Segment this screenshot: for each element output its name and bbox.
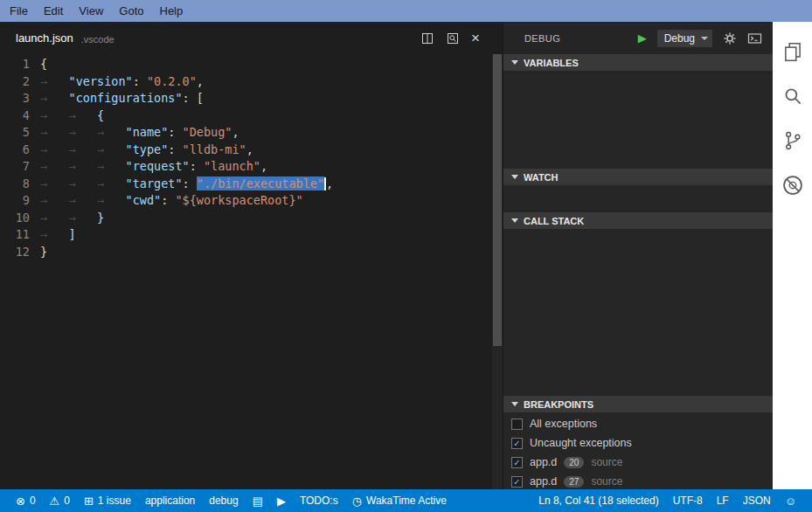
status-smiley[interactable]: ☺ bbox=[778, 489, 803, 512]
code-token: "target" bbox=[126, 176, 183, 190]
debug-config-value: Debug bbox=[664, 32, 695, 45]
status-text: LF bbox=[717, 495, 729, 507]
code-token: "0.2.0" bbox=[147, 74, 197, 88]
close-icon[interactable]: × bbox=[471, 31, 480, 45]
section-header-watch[interactable]: WATCH bbox=[503, 169, 773, 185]
status-1-issue[interactable]: ⊞1 issue bbox=[77, 489, 138, 512]
code-token: "cwd" bbox=[126, 193, 162, 207]
code-line[interactable]: 8→→→"target": "./bin/executable", bbox=[0, 176, 503, 193]
section-header-call-stack[interactable]: CALL STACK bbox=[503, 212, 773, 229]
status-wakatime-active[interactable]: ◷WakaTime Active bbox=[345, 489, 454, 512]
breakpoint-item[interactable]: All exceptions bbox=[503, 414, 773, 433]
status-text: Ln 8, Col 41 (18 selected) bbox=[538, 495, 658, 507]
status-play[interactable]: ▶ bbox=[270, 489, 293, 512]
search-icon[interactable] bbox=[773, 73, 812, 118]
editor-region: launch.json .vscode × 1{2 bbox=[0, 22, 503, 489]
line-content: →→→"request": "launch", bbox=[40, 158, 267, 176]
selected-text: "./bin/executable" bbox=[197, 176, 324, 190]
code-line[interactable]: 12} bbox=[0, 244, 503, 261]
scrollbar-thumb[interactable] bbox=[493, 54, 502, 346]
start-debug-icon[interactable]: ▶ bbox=[638, 31, 647, 45]
status-0[interactable]: ⊗0 bbox=[9, 489, 43, 512]
status-utf-8[interactable]: UTF-8 bbox=[666, 489, 710, 512]
line-content: →→{ bbox=[40, 107, 104, 125]
status-lf[interactable]: LF bbox=[710, 489, 736, 512]
menu-goto[interactable]: Goto bbox=[111, 0, 151, 22]
status-text: 1 issue bbox=[98, 495, 131, 507]
code-line[interactable]: 5→→→"name": "Debug", bbox=[0, 124, 503, 142]
menu-bar: FileEditViewGotoHelp bbox=[0, 0, 812, 22]
line-content: { bbox=[40, 56, 47, 73]
code-line[interactable]: 3→"configurations": [ bbox=[0, 90, 503, 107]
line-number: 1 bbox=[0, 56, 40, 73]
section-header-variables[interactable]: VARIABLES bbox=[503, 54, 773, 71]
code-area[interactable]: 1{2→"version": "0.2.0",3→"configurations… bbox=[0, 54, 503, 489]
menu-file[interactable]: File bbox=[2, 0, 36, 22]
code-line[interactable]: 11→] bbox=[0, 226, 503, 244]
code-token: → bbox=[97, 192, 126, 210]
checkbox-unchecked[interactable] bbox=[511, 419, 523, 430]
code-line[interactable]: 2→"version": "0.2.0", bbox=[0, 73, 503, 91]
line-content: →→→"target": "./bin/executable", bbox=[40, 176, 333, 193]
status-ln-8-col-41-18-selected[interactable]: Ln 8, Col 41 (18 selected) bbox=[531, 489, 665, 512]
debug-disabled-icon[interactable] bbox=[773, 163, 812, 207]
code-line[interactable]: 10→→} bbox=[0, 210, 503, 227]
section-header-breakpoints[interactable]: BREAKPOINTS bbox=[503, 396, 773, 412]
menu-view[interactable]: View bbox=[71, 0, 111, 22]
status-todo-s[interactable]: TODO:s bbox=[293, 489, 345, 512]
line-number: 3 bbox=[0, 90, 40, 107]
code-token: → bbox=[69, 142, 98, 159]
git-branch-icon[interactable] bbox=[773, 118, 812, 163]
code-token: , bbox=[246, 142, 253, 156]
tab-filename[interactable]: launch.json bbox=[16, 31, 73, 45]
breakpoint-item[interactable]: ✓app.d27source bbox=[503, 472, 773, 489]
status-debug[interactable]: debug bbox=[202, 489, 245, 512]
status-doc[interactable]: ▤ bbox=[246, 489, 270, 512]
code-token: ] bbox=[69, 227, 76, 241]
checkbox-checked[interactable]: ✓ bbox=[511, 438, 523, 449]
clock-icon: ◷ bbox=[352, 495, 362, 507]
checkbox-checked[interactable]: ✓ bbox=[511, 457, 523, 468]
code-line[interactable]: 6→→→"type": "lldb-mi", bbox=[0, 142, 503, 159]
menu-edit[interactable]: Edit bbox=[36, 0, 71, 22]
debug-panel-title: DEBUG bbox=[524, 33, 560, 44]
tab-actions: × bbox=[420, 31, 480, 45]
collapse-icon bbox=[511, 175, 518, 179]
split-editor-icon[interactable] bbox=[420, 31, 434, 45]
status-text: WakaTime Active bbox=[366, 495, 447, 507]
status-text: JSON bbox=[743, 495, 771, 507]
tab-filepath: .vscode bbox=[81, 32, 115, 45]
line-content: →"version": "0.2.0", bbox=[40, 73, 204, 91]
status-0[interactable]: ⚠0 bbox=[43, 489, 77, 512]
code-line[interactable]: 9→→→"cwd": "${workspaceRoot}" bbox=[0, 192, 503, 210]
debug-console-icon[interactable] bbox=[747, 31, 762, 45]
line-content: →] bbox=[40, 226, 76, 244]
debug-toolbar: DEBUG ▶ Debug bbox=[503, 22, 773, 54]
code-token: { bbox=[40, 57, 47, 71]
warning-icon: ⚠ bbox=[50, 495, 60, 507]
status-text: debug bbox=[209, 495, 238, 507]
code-token: , bbox=[326, 176, 333, 190]
code-token: → bbox=[40, 226, 69, 244]
breakpoint-item[interactable]: ✓app.d20source bbox=[503, 453, 773, 472]
gear-icon[interactable] bbox=[723, 31, 737, 45]
open-preview-icon[interactable] bbox=[446, 31, 460, 45]
breakpoints-list: All exceptions✓Uncaught exceptions✓app.d… bbox=[503, 412, 773, 489]
status-application[interactable]: application bbox=[138, 489, 202, 512]
code-line[interactable]: 1{ bbox=[0, 56, 503, 73]
line-number: 5 bbox=[0, 124, 40, 142]
code-token: → bbox=[69, 176, 98, 193]
status-json[interactable]: JSON bbox=[736, 489, 778, 512]
code-token: → bbox=[40, 210, 69, 227]
line-badge: 27 bbox=[564, 476, 584, 488]
breakpoint-item[interactable]: ✓Uncaught exceptions bbox=[503, 433, 773, 453]
checkbox-checked[interactable]: ✓ bbox=[511, 476, 523, 488]
editor-scrollbar[interactable] bbox=[492, 54, 503, 489]
debug-config-dropdown[interactable]: Debug bbox=[657, 30, 712, 47]
code-line[interactable]: 7→→→"request": "launch", bbox=[0, 158, 503, 176]
explorer-icon[interactable] bbox=[773, 29, 812, 73]
menu-help[interactable]: Help bbox=[152, 0, 191, 22]
breakpoint-detail: source bbox=[591, 475, 622, 488]
code-line[interactable]: 4→→{ bbox=[0, 107, 503, 125]
code-token: → bbox=[40, 142, 69, 159]
